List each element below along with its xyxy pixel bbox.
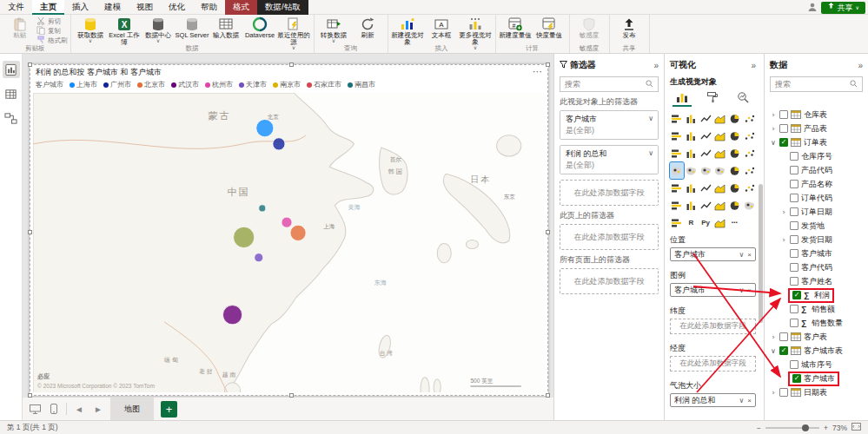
collapse-pane-icon[interactable]: »	[653, 61, 659, 70]
tree-chevron-icon[interactable]: ›	[770, 111, 777, 119]
field-checkbox[interactable]	[790, 249, 798, 258]
ribbon-button[interactable]: 刷新	[351, 16, 385, 39]
legend-item[interactable]: 石家庄市	[307, 80, 341, 89]
map-bubble[interactable]	[282, 217, 292, 227]
map-bubble[interactable]	[256, 119, 274, 136]
tree-table-row[interactable]: ∨✓客户城市表	[770, 344, 863, 358]
legend-item[interactable]: 南京市	[273, 80, 301, 89]
visual-icon-more[interactable]: ⋯	[728, 214, 742, 231]
tree-field-row[interactable]: 产品代码	[770, 163, 863, 177]
field-checkbox[interactable]	[790, 277, 798, 286]
field-checkbox[interactable]	[779, 332, 788, 341]
map-bubble[interactable]	[222, 306, 242, 325]
ribbon-button[interactable]: 剪切	[36, 16, 68, 26]
tree-field-row[interactable]: ✓客户城市	[770, 372, 863, 385]
add-page-button[interactable]: +	[161, 401, 177, 418]
tree-field-row[interactable]: 客户姓名	[770, 274, 863, 288]
visual-icon-waterfall-chart[interactable]	[670, 145, 684, 161]
field-checkbox[interactable]	[790, 221, 798, 230]
resize-handle[interactable]	[546, 62, 550, 67]
tree-field-row[interactable]: 产品名称	[770, 177, 863, 191]
field-pill[interactable]: 客户城市∨×	[670, 247, 756, 261]
fit-to-page-icon[interactable]	[851, 423, 861, 432]
visual-icon-funnel-chart[interactable]	[685, 145, 699, 161]
tree-field-row[interactable]: 客户城市	[770, 247, 863, 260]
bing-map[interactable]: 蒙古中国日本韩国黄海东海台湾越南老挝缅甸北京首尔东京上海 必应 © 2023 M…	[33, 93, 545, 392]
tree-table-row[interactable]: ›产品表	[770, 122, 863, 135]
visual-icon-key-influencers[interactable]	[742, 180, 756, 196]
visual-icon-table[interactable]	[713, 180, 727, 196]
visual-icon-line-and-stacked-column-chart[interactable]	[713, 128, 727, 144]
ribbon-button[interactable]: Dataverse	[243, 16, 277, 39]
visual-icon-clustered-column-chart[interactable]	[713, 110, 727, 127]
remove-field-icon[interactable]: ×	[747, 397, 752, 404]
table-view-icon[interactable]	[3, 85, 20, 102]
field-well-drop[interactable]: 在此处添加数据字段	[670, 319, 756, 334]
tree-field-row[interactable]: 订单代码	[770, 191, 863, 205]
ribbon-tab[interactable]: 主页	[32, 0, 64, 15]
ribbon-button[interactable]: A文本框	[425, 16, 459, 39]
report-view-icon[interactable]	[3, 61, 20, 78]
zoom-out-icon[interactable]: −	[757, 424, 761, 432]
visual-icon-metrics[interactable]	[713, 197, 727, 214]
ribbon-button[interactable]: 发布	[613, 16, 646, 39]
field-checkbox[interactable]	[790, 166, 798, 174]
report-page[interactable]: ⋯ 利润 的总和按 客户城市 和 客户城市 客户城市上海市广州市北京市武汉市杭州…	[30, 64, 548, 396]
desktop-layout-icon[interactable]	[28, 402, 42, 416]
visual-icon-100-stacked-column-chart[interactable]	[742, 110, 756, 127]
tree-table-row[interactable]: ›仓库表	[770, 108, 863, 122]
visual-icon-matrix[interactable]	[728, 180, 742, 196]
chevron-down-icon[interactable]: ∨	[648, 115, 653, 122]
visual-icon-area-chart[interactable]	[685, 128, 699, 144]
ribbon-button[interactable]: 输入数据	[209, 16, 243, 39]
field-checkbox[interactable]	[790, 263, 798, 272]
collapse-pane-icon[interactable]: »	[751, 61, 756, 70]
visual-icon-100-stacked-bar-chart[interactable]	[728, 110, 742, 127]
visual-icon-smart-narrative[interactable]	[699, 197, 712, 214]
legend-item[interactable]: 杭州市	[205, 80, 233, 89]
map-bubble[interactable]	[259, 205, 266, 212]
filter-card[interactable]: 客户城市是(全部)∨	[560, 110, 659, 140]
visual-icon-stacked-area-chart[interactable]	[699, 128, 712, 144]
ribbon-button[interactable]: 获取数据∨	[74, 16, 108, 43]
analytics-tab-icon[interactable]	[733, 89, 752, 107]
tree-chevron-icon[interactable]: ›	[780, 236, 787, 244]
zoom-in-icon[interactable]: +	[824, 424, 828, 432]
filter-add-field-drop[interactable]: 在此处添加数据字段	[560, 224, 659, 250]
resize-handle[interactable]	[28, 62, 32, 67]
visual-icon-decomposition-tree[interactable]	[670, 197, 684, 214]
field-checkbox[interactable]	[779, 388, 788, 397]
tree-field-row[interactable]: ∑销售数量	[770, 316, 863, 330]
legend-item[interactable]: 广州市	[103, 80, 131, 89]
ribbon-button[interactable]: XExcel 工作簿	[108, 16, 142, 46]
field-checkbox[interactable]: ✓	[792, 291, 801, 299]
field-well-drop[interactable]: 在此处添加数据字段	[670, 356, 756, 372]
tree-chevron-icon[interactable]: ›	[770, 389, 777, 397]
visual-icon-qa[interactable]	[685, 197, 699, 214]
ribbon-tab[interactable]: 数据/钻取	[257, 0, 308, 15]
visual-icon-stacked-bar-chart[interactable]	[670, 110, 684, 127]
tree-field-row[interactable]: 仓库序号	[770, 149, 863, 163]
ribbon-button[interactable]: 数据中心∨	[142, 16, 176, 43]
chevron-down-icon[interactable]: ∨	[739, 397, 744, 404]
visual-icon-arcgis-map[interactable]	[742, 197, 756, 214]
map-area[interactable]: 蒙古中国日本韩国黄海东海台湾越南老挝缅甸北京首尔东京上海 必应 © 2023 M…	[33, 93, 545, 392]
field-checkbox[interactable]: ✓	[792, 374, 801, 383]
map-bubble[interactable]	[290, 225, 306, 240]
legend-item[interactable]: 天津市	[239, 80, 267, 89]
visual-icon-shape-map[interactable]	[699, 162, 712, 179]
visual-icon-paginated-report[interactable]	[728, 197, 742, 214]
chevron-down-icon[interactable]: ∨	[739, 286, 744, 294]
tree-field-row[interactable]: ∑销售额	[770, 302, 863, 316]
tree-table-row[interactable]: ∨✓订单表	[770, 135, 863, 149]
ribbon-button[interactable]: #新建度量值	[499, 16, 533, 39]
tree-field-row[interactable]: 发货地	[770, 219, 863, 233]
field-checkbox[interactable]	[790, 305, 798, 313]
previous-page-icon[interactable]: ◄	[72, 402, 86, 416]
visual-icon-pie-chart[interactable]	[713, 145, 727, 161]
legend-item[interactable]: 北京市	[137, 80, 165, 89]
tree-chevron-icon[interactable]: ∨	[770, 139, 777, 147]
ribbon-button[interactable]: 新建视觉对象	[391, 16, 425, 46]
tree-chevron-icon[interactable]: ›	[770, 333, 777, 341]
tree-chevron-icon[interactable]: ∨	[770, 347, 777, 355]
